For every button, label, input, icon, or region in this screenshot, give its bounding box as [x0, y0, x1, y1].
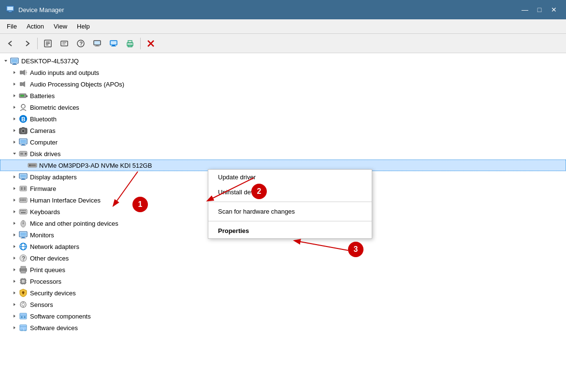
- driver-view-button[interactable]: [89, 36, 105, 51]
- help-button[interactable]: ?: [73, 36, 88, 51]
- expand-icon-keyboards[interactable]: [11, 208, 18, 216]
- svg-rect-87: [23, 210, 24, 211]
- svg-line-140: [295, 241, 348, 250]
- maximize-button[interactable]: □: [533, 3, 546, 16]
- expand-icon-monitors[interactable]: [11, 231, 18, 239]
- svg-marker-57: [13, 153, 16, 155]
- svg-text:?: ?: [80, 41, 83, 46]
- svg-marker-35: [14, 83, 15, 86]
- svg-rect-112: [22, 280, 25, 283]
- menu-help[interactable]: Help: [72, 21, 95, 32]
- tree-icon-nvme: [28, 160, 37, 170]
- tree-item-security[interactable]: Security devices: [0, 287, 566, 299]
- expand-icon-security[interactable]: [11, 289, 18, 297]
- tree-icon-hid: [18, 195, 28, 205]
- svg-rect-14: [96, 45, 99, 46]
- expand-icon-softdev[interactable]: [11, 324, 18, 332]
- svg-rect-55: [22, 144, 25, 145]
- expand-icon-firmware[interactable]: [11, 185, 18, 192]
- expand-icon-biometric[interactable]: [11, 103, 18, 111]
- svg-rect-71: [21, 187, 23, 190]
- remove-button[interactable]: [143, 36, 159, 51]
- expand-icon-processors[interactable]: [11, 277, 18, 285]
- expand-icon-computer[interactable]: [11, 138, 18, 146]
- tree-icon-display: [18, 172, 28, 182]
- app-icon: [6, 4, 15, 15]
- close-button[interactable]: ✕: [548, 3, 560, 16]
- tree-item-softcomp[interactable]: Software components: [0, 310, 566, 322]
- svg-marker-29: [14, 71, 15, 74]
- tree-label-other: Other devices: [30, 255, 69, 262]
- tree-item-root[interactable]: DESKTOP-4L537JQ: [0, 55, 566, 67]
- svg-rect-75: [20, 199, 21, 200]
- forward-button[interactable]: [19, 36, 35, 51]
- expand-icon-audio[interactable]: [11, 69, 18, 76]
- expand-icon-bluetooth[interactable]: [11, 115, 18, 123]
- tree-label-firmware: Firmware: [30, 185, 56, 192]
- properties-view-button[interactable]: [40, 36, 56, 51]
- svg-rect-15: [95, 46, 100, 46]
- svg-marker-129: [14, 315, 15, 318]
- expand-icon-batteries[interactable]: [11, 92, 18, 100]
- svg-point-93: [23, 223, 24, 224]
- print-button[interactable]: [122, 36, 138, 51]
- tree-item-batteries[interactable]: Batteries: [0, 90, 566, 102]
- expand-icon-network[interactable]: [11, 243, 18, 250]
- svg-marker-31: [22, 70, 25, 75]
- tree-label-bluetooth: Bluetooth: [30, 116, 57, 123]
- expand-icon-mice[interactable]: [11, 219, 18, 227]
- svg-rect-77: [23, 199, 24, 200]
- resources-button[interactable]: [57, 36, 72, 51]
- svg-rect-79: [20, 200, 21, 201]
- expand-icon-other[interactable]: [11, 254, 18, 262]
- svg-rect-66: [20, 174, 26, 177]
- menu-file[interactable]: File: [2, 21, 22, 32]
- tree-icon-softdev: 0 1: [18, 323, 28, 333]
- expand-icon-hid[interactable]: [11, 196, 18, 204]
- tree-label-sensors: Sensors: [30, 301, 53, 308]
- menu-action[interactable]: Action: [22, 21, 49, 32]
- expand-icon-apo[interactable]: [11, 80, 18, 88]
- expand-icon-sensors[interactable]: [11, 301, 18, 308]
- menu-bar: File Action View Help: [0, 19, 566, 34]
- tree-label-softcomp: Software components: [30, 313, 91, 320]
- tree-item-cameras[interactable]: Cameras: [0, 125, 566, 136]
- tree-item-sensors[interactable]: Sensors: [0, 299, 566, 310]
- tree-item-softdev[interactable]: 0 1Software devices: [0, 322, 566, 334]
- svg-rect-41: [20, 95, 24, 97]
- expand-icon-display[interactable]: [11, 173, 18, 181]
- svg-line-139: [208, 178, 254, 201]
- svg-rect-109: [21, 271, 26, 273]
- menu-view[interactable]: View: [49, 21, 72, 32]
- svg-text:0 1: 0 1: [21, 328, 27, 332]
- svg-rect-36: [20, 82, 22, 86]
- toolbar-sep-2: [140, 38, 141, 49]
- tree-item-diskdrives[interactable]: Disk drives: [0, 148, 566, 160]
- expand-icon-diskdrives[interactable]: [11, 150, 18, 158]
- expand-icon-cameras[interactable]: [11, 127, 18, 134]
- back-button[interactable]: [3, 36, 18, 51]
- tree-item-apo[interactable]: Audio Processing Objects (APOs): [0, 78, 566, 90]
- expand-icon-root[interactable]: [2, 57, 10, 65]
- tree-item-bluetooth[interactable]: BBluetooth: [0, 113, 566, 125]
- svg-rect-67: [22, 178, 25, 179]
- tree-icon-monitors: [18, 230, 28, 240]
- tree-label-hid: Human Interface Devices: [30, 197, 101, 204]
- context-menu-separator-2: [208, 221, 372, 221]
- tree-icon-bluetooth: B: [18, 114, 28, 124]
- tree-item-processors[interactable]: Processors: [0, 276, 566, 287]
- svg-marker-44: [14, 117, 15, 120]
- expand-icon-print[interactable]: [11, 266, 18, 274]
- tree-item-computer[interactable]: Computer: [0, 136, 566, 148]
- svg-text:B: B: [21, 116, 26, 123]
- tree-item-audio[interactable]: Audio inputs and outputs: [0, 67, 566, 78]
- tree-label-print: Print queues: [30, 266, 65, 274]
- minimize-button[interactable]: —: [519, 3, 531, 16]
- window-controls: — □ ✕: [519, 3, 560, 16]
- tree-item-print[interactable]: Print queues: [0, 264, 566, 276]
- tree-label-monitors: Monitors: [30, 232, 54, 239]
- computer-button[interactable]: [106, 36, 121, 51]
- tree-item-biometric[interactable]: Biometric devices: [0, 102, 566, 113]
- expand-icon-softcomp[interactable]: [11, 312, 18, 320]
- main-content: DESKTOP-4L537JQAudio inputs and outputsA…: [0, 53, 566, 392]
